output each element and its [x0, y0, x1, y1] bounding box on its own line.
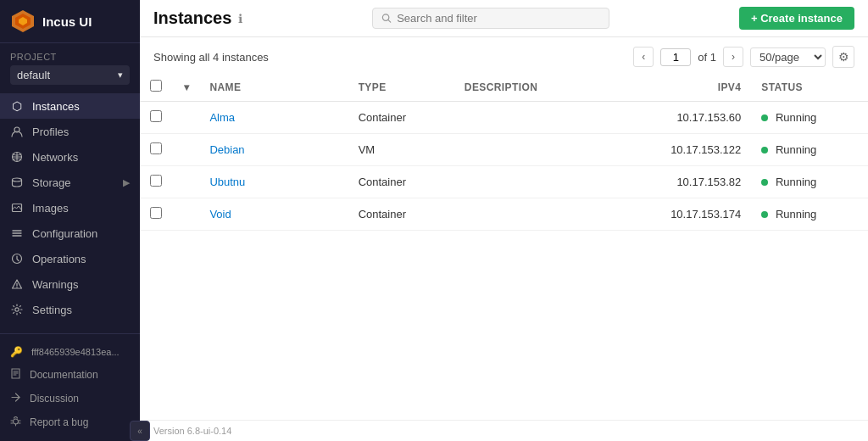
col-header-ipv4: IPV4 — [603, 73, 751, 102]
showing-text: Showing all 4 instances — [153, 51, 269, 64]
prev-page-button[interactable]: ‹ — [633, 47, 654, 67]
profiles-icon — [10, 125, 24, 138]
svg-point-5 — [13, 178, 22, 181]
row-ipv4-cell: 10.17.153.60 — [603, 102, 751, 134]
app-logo — [10, 8, 36, 34]
fingerprint-icon: 🔑 — [10, 346, 23, 358]
select-all-checkbox[interactable] — [150, 80, 162, 92]
sidebar-item-profiles-label: Profiles — [32, 126, 69, 138]
table-row: Debian VM 10.17.153.122 Running — [140, 134, 868, 166]
row-type-cell: Container — [348, 102, 454, 134]
next-page-button[interactable]: › — [723, 47, 743, 67]
project-selector[interactable]: default ▾ — [10, 65, 130, 85]
row-checkbox-0[interactable] — [150, 110, 162, 122]
row-status-cell: Running — [751, 102, 868, 134]
storage-icon — [10, 176, 24, 189]
col-header-sort: ▾ — [174, 73, 199, 102]
table-row: Ubutnu Container 10.17.153.82 Running — [140, 166, 868, 198]
col-header-name: NAME — [199, 73, 348, 102]
sidebar-item-settings[interactable]: Settings — [0, 297, 140, 322]
status-text: Running — [776, 111, 816, 124]
sort-icon[interactable]: ▾ — [184, 81, 189, 93]
sidebar-item-storage[interactable]: Storage ▶ — [0, 170, 140, 195]
fingerprint-item[interactable]: 🔑 fff8465939e4813ea... — [0, 341, 140, 363]
report-bug-label: Report a bug — [30, 416, 88, 428]
instance-name-link[interactable]: Ubutnu — [209, 176, 245, 188]
row-ipv4-cell: 10.17.153.174 — [603, 198, 751, 231]
settings-icon — [10, 303, 24, 316]
sidebar: Incus UI Project default ▾ ⬡ Instances P… — [0, 0, 140, 441]
main-content: Instances ℹ + Create instance Showing al… — [140, 0, 868, 441]
report-bug-item[interactable]: Report a bug — [0, 410, 140, 434]
instance-name-link[interactable]: Debian — [209, 143, 244, 156]
discussion-item[interactable]: Discussion — [0, 387, 140, 410]
documentation-icon — [10, 368, 21, 382]
documentation-item[interactable]: Documentation — [0, 363, 140, 387]
total-pages-text: of 1 — [698, 51, 716, 64]
row-name-cell: Ubutnu — [199, 166, 348, 198]
table-row: Void Container 10.17.153.174 Running — [140, 198, 868, 231]
create-instance-button[interactable]: + Create instance — [739, 7, 854, 30]
status-text: Running — [776, 208, 816, 220]
row-checkbox-2[interactable] — [150, 175, 162, 187]
table-header-bar: Showing all 4 instances ‹ of 1 › 50/page… — [140, 37, 868, 73]
row-status-cell: Running — [751, 134, 868, 166]
row-checkbox-cell — [140, 166, 174, 198]
project-label: Project — [10, 52, 130, 62]
status-text: Running — [776, 143, 816, 156]
discussion-icon — [10, 392, 21, 405]
row-sort-cell — [174, 198, 199, 231]
page-number-input[interactable] — [660, 48, 691, 66]
sidebar-item-operations[interactable]: Operations — [0, 246, 140, 271]
project-section: Project default ▾ — [0, 43, 140, 88]
row-ipv4-cell: 10.17.153.82 — [603, 166, 751, 198]
row-desc-cell — [454, 166, 603, 198]
sidebar-item-images[interactable]: Images — [0, 195, 140, 220]
status-dot — [761, 211, 768, 218]
chevron-down-icon: ▾ — [118, 70, 123, 81]
col-header-description: DESCRIPTION — [454, 73, 603, 102]
search-bar — [372, 8, 609, 29]
row-checkbox-cell — [140, 134, 174, 166]
instances-tbody: Alma Container 10.17.153.60 Running Debi… — [140, 102, 868, 231]
sidebar-item-profiles[interactable]: Profiles — [0, 119, 140, 144]
row-desc-cell — [454, 134, 603, 166]
content-area: Showing all 4 instances ‹ of 1 › 50/page… — [140, 37, 868, 420]
col-header-status: STATUS — [751, 73, 868, 102]
instances-table: ▾ NAME TYPE DESCRIPTION IPV4 S — [140, 73, 868, 231]
page-title: Instances — [153, 8, 231, 28]
row-type-cell: Container — [348, 166, 454, 198]
row-sort-cell — [174, 134, 199, 166]
row-sort-cell — [174, 102, 199, 134]
fingerprint-label: fff8465939e4813ea... — [31, 347, 120, 357]
row-ipv4-cell: 10.17.153.122 — [603, 134, 751, 166]
sidebar-item-warnings[interactable]: Warnings — [0, 271, 140, 297]
documentation-label: Documentation — [30, 369, 98, 381]
row-sort-cell — [174, 166, 199, 198]
sidebar-item-configuration[interactable]: Configuration — [0, 220, 140, 246]
instance-name-link[interactable]: Alma — [209, 111, 235, 124]
sidebar-collapse-button[interactable]: « — [130, 421, 150, 441]
bug-icon — [10, 416, 21, 429]
sidebar-header: Incus UI — [0, 0, 140, 43]
svg-point-10 — [383, 14, 389, 20]
pagination-area: ‹ of 1 › 50/page 25/page 100/page ⚙ — [633, 46, 854, 68]
per-page-select[interactable]: 50/page 25/page 100/page — [750, 47, 826, 67]
instances-icon: ⬡ — [10, 99, 24, 113]
instance-name-link[interactable]: Void — [209, 208, 231, 220]
sidebar-item-configuration-label: Configuration — [32, 227, 97, 240]
nav-bottom: 🔑 fff8465939e4813ea... Documentation Dis… — [0, 333, 140, 441]
row-type-cell: VM — [348, 134, 454, 166]
sidebar-item-instances[interactable]: ⬡ Instances — [0, 93, 140, 119]
search-icon — [381, 13, 392, 24]
row-checkbox-3[interactable] — [150, 207, 162, 219]
sidebar-item-settings-label: Settings — [32, 304, 72, 316]
row-name-cell: Debian — [199, 134, 348, 166]
sidebar-item-networks[interactable]: Networks — [0, 144, 140, 170]
info-icon[interactable]: ℹ — [238, 12, 242, 25]
col-header-type: TYPE — [348, 73, 454, 102]
row-checkbox-1[interactable] — [150, 142, 162, 154]
search-input[interactable] — [397, 12, 600, 25]
table-settings-button[interactable]: ⚙ — [832, 46, 854, 68]
row-type-cell: Container — [348, 198, 454, 231]
